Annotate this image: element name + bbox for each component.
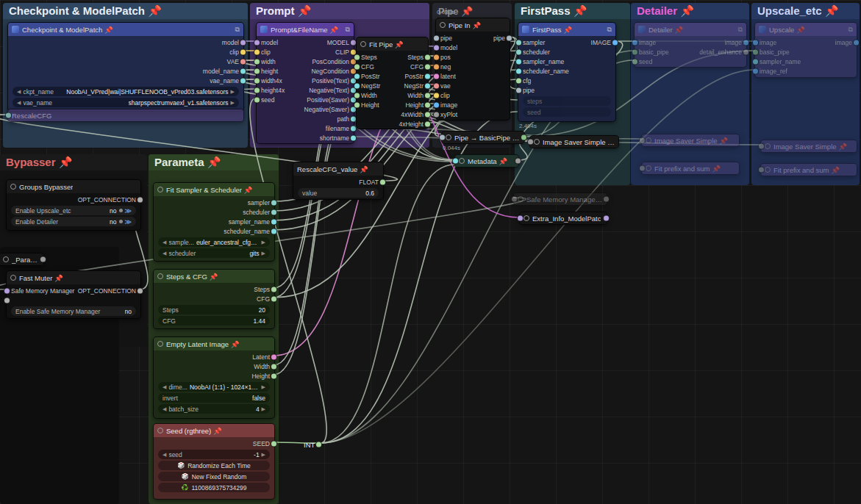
input-slot-dot[interactable]	[515, 68, 522, 74]
collapse-dot-icon[interactable]	[10, 275, 16, 281]
input-slot-dot[interactable]	[515, 48, 522, 55]
button-new-fixed-random[interactable]: 🎲New Fixed Random	[158, 472, 270, 481]
node-rescalecfg-value[interactable]: RescaleCFG_value 📌FLOATvalue0.6	[293, 162, 384, 200]
toggle-dot-icon[interactable]	[119, 220, 123, 223]
output-slot-dot[interactable]	[424, 54, 431, 60]
node-checkpoint-modelpatch[interactable]: Checkpoint & ModelPatch 📌⧉modelclipVAEmo…	[7, 22, 244, 112]
output-slot-dot[interactable]	[424, 82, 431, 89]
node-titlebar[interactable]: RescaleCFG	[8, 109, 243, 121]
widget-scheduler[interactable]: ◀schedulergits▶	[158, 248, 270, 258]
node-safe-memory-manager[interactable]: Safe Memory Manager 📌	[513, 192, 607, 206]
node-titlebar[interactable]: Steps & CFG 📌	[154, 270, 274, 283]
collapse-dot-icon[interactable]	[646, 137, 651, 143]
output-slot-dot[interactable]	[240, 48, 246, 55]
popout-icon[interactable]: ⧉	[346, 26, 350, 34]
output-slot-dot[interactable]	[240, 77, 246, 84]
widget-cfg[interactable]: CFG1.44	[158, 316, 270, 325]
output-slot-dot[interactable]	[424, 63, 431, 70]
collapse-dot-icon[interactable]	[157, 341, 163, 347]
node-pipe-to-basicpipe[interactable]: Pipe → BasicPipe 📌	[441, 131, 525, 144]
input-slot-dot[interactable]	[254, 87, 260, 93]
node-detailer[interactable]: Detailer 📌⧉imageimagebasic_pipedetail_en…	[634, 22, 747, 68]
toggle-dot-icon[interactable]	[119, 209, 123, 212]
input-slot-dot[interactable]	[752, 68, 759, 74]
input-slot-dot[interactable]	[517, 215, 524, 222]
output-slot-dot[interactable]	[271, 286, 277, 292]
node-titlebar[interactable]: _Parameta 📌	[0, 253, 43, 265]
collapse-dot-icon[interactable]	[524, 215, 529, 221]
collapse-dot-icon[interactable]	[765, 167, 771, 173]
collapse-dot-icon[interactable]	[459, 158, 465, 164]
node-titlebar[interactable]: Fit Pipe 📌	[357, 37, 428, 51]
output-slot-dot[interactable]	[271, 372, 277, 379]
input-slot-dot[interactable]	[354, 82, 360, 89]
collapse-dot-icon[interactable]	[518, 196, 524, 202]
group-header-firstpass[interactable]: FirstPass 📌	[515, 3, 630, 19]
node-titlebar[interactable]: Metadata 📌	[455, 155, 518, 167]
output-slot-dot[interactable]	[603, 196, 610, 203]
output-slot-dot[interactable]	[853, 39, 860, 46]
node-image-saver-simple-upscale[interactable]: Image Saver Simple 📌	[760, 140, 857, 153]
node-empty-latent-image[interactable]: Empty Latent Image 📌LatentWidthHeight◀di…	[153, 336, 275, 419]
collapse-dot-icon[interactable]	[446, 134, 451, 140]
output-slot-dot[interactable]	[240, 58, 246, 65]
combo-prev-icon[interactable]: ◀	[17, 89, 21, 95]
output-slot-dot[interactable]	[271, 228, 277, 234]
output-slot-dot[interactable]	[315, 442, 322, 448]
node-titlebar[interactable]: Empty Latent Image 📌	[154, 337, 274, 350]
output-slot-dot[interactable]	[612, 39, 618, 46]
output-slot-dot[interactable]	[271, 209, 277, 215]
output-slot-dot[interactable]	[515, 158, 521, 165]
node-titlebar[interactable]: FirstPass 📌⧉	[518, 23, 615, 36]
node-pipe-in[interactable]: Pipe In 📌pipepipemodelposneglatentvaecli…	[435, 18, 510, 120]
input-slot-dot[interactable]	[632, 48, 638, 55]
input-slot-dot[interactable]	[752, 39, 759, 46]
combo-next-icon[interactable]: ▶	[231, 100, 235, 106]
input-slot-dot[interactable]	[515, 77, 522, 84]
output-slot-dot[interactable]	[137, 196, 143, 203]
group-header-bypasser[interactable]: Bypasser 📌	[0, 154, 147, 170]
output-slot-dot[interactable]	[424, 111, 431, 118]
group-header-checkpoint[interactable]: Checkpoint & ModelPatch 📌	[3, 3, 248, 19]
input-slot-dot[interactable]	[639, 137, 646, 144]
input-slot-dot[interactable]	[639, 165, 646, 172]
input-slot-dot[interactable]	[4, 297, 10, 303]
combo-next-icon[interactable]: ▶	[262, 406, 265, 412]
node-titlebar[interactable]: Prompt&FileName 📌⧉	[257, 23, 354, 36]
output-slot-dot[interactable]	[271, 440, 277, 447]
output-slot-dot[interactable]	[603, 215, 610, 222]
input-slot-dot[interactable]	[254, 58, 260, 65]
widget-ckpt-name[interactable]: ◀ckpt_nameNoobAI_VPred|wai|SHUFFLENOOB_v…	[12, 87, 239, 96]
node-fit-prefix-detailer[interactable]: Fit prefix and sum 📌	[641, 162, 740, 175]
input-slot-dot[interactable]	[433, 92, 440, 98]
collapse-dot-icon[interactable]	[360, 41, 366, 47]
output-slot-dot[interactable]	[271, 218, 277, 225]
node-prompt-filename[interactable]: Prompt&FileName 📌⧉modelMODELclipCLIPwidt…	[256, 22, 354, 144]
node-rescalecfg[interactable]: RescaleCFG	[7, 109, 244, 122]
output-slot-dot[interactable]	[424, 101, 431, 108]
node-metadata[interactable]: Metadata 📌	[454, 154, 519, 168]
node-fast-muter[interactable]: Fast Muter 📌Safe Memory ManagerOPT_CONNE…	[6, 270, 141, 319]
input-slot-dot[interactable]	[515, 58, 522, 65]
input-slot-dot[interactable]	[354, 73, 360, 79]
input-slot-dot[interactable]	[433, 82, 440, 89]
node-titlebar[interactable]: Fit prefix and sum 📌	[761, 164, 857, 176]
input-slot-dot[interactable]	[433, 101, 440, 108]
node-titlebar[interactable]: Fast Muter 📌	[7, 271, 140, 284]
input-slot-dot[interactable]	[433, 54, 440, 60]
button-1100869375734299[interactable]: ♻️1100869375734299	[158, 483, 270, 492]
input-slot-dot[interactable]	[254, 48, 260, 55]
node-steps-cfg[interactable]: Steps & CFG 📌StepsCFGSteps20CFG1.44	[153, 269, 275, 329]
node-titlebar[interactable]: Fit prefix and sum 📌	[642, 162, 739, 174]
group-header-detailer[interactable]: Detailer 📌	[631, 3, 749, 19]
node-titlebar[interactable]: Groups Bypasser	[7, 180, 140, 193]
combo-next-icon[interactable]: ▶	[262, 384, 265, 390]
widget-steps[interactable]: steps	[523, 96, 611, 106]
goto-group-icon[interactable]: ≫	[125, 207, 132, 215]
input-slot-dot[interactable]	[632, 58, 638, 65]
node-int-reroute[interactable]: INT	[300, 439, 319, 450]
input-slot-dot[interactable]	[354, 54, 360, 60]
input-slot-dot[interactable]	[5, 112, 12, 119]
widget-seed[interactable]: ◀seed-1▶	[158, 450, 270, 459]
output-slot-dot[interactable]	[424, 73, 431, 79]
